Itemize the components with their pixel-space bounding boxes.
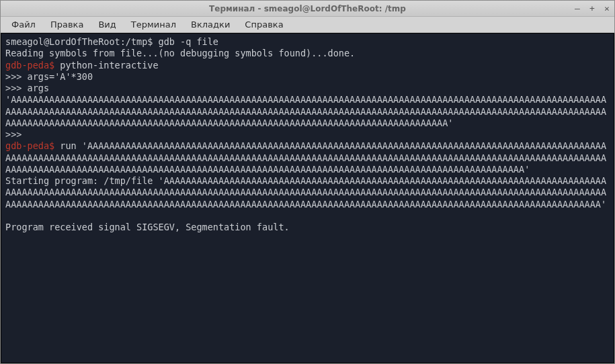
minimize-button[interactable]: — — [573, 4, 582, 13]
titlebar[interactable]: Терминал - smeagol@LordOfTheRoot: /tmp —… — [1, 1, 614, 17]
close-button[interactable]: × — [602, 4, 612, 13]
terminal-line: Starting program: /tmp/file 'AAAAAAAAAAA… — [5, 175, 610, 210]
menu-view[interactable]: Вид — [91, 18, 122, 31]
terminal-line: Program received signal SIGSEGV, Segment… — [5, 222, 610, 233]
terminal-line — [5, 210, 610, 222]
output-text: run 'AAAAAAAAAAAAAAAAAAAAAAAAAAAAAAAAAAA… — [5, 140, 606, 175]
menu-help[interactable]: Справка — [238, 18, 290, 31]
output-text: >>> — [5, 129, 28, 140]
terminal-line: smeagol@LordOfTheRoot:/tmp$ gdb -q file — [5, 36, 610, 48]
terminal-line: 'AAAAAAAAAAAAAAAAAAAAAAAAAAAAAAAAAAAAAAA… — [5, 94, 610, 129]
maximize-button[interactable]: + — [587, 4, 597, 13]
window-title: Терминал - smeagol@LordOfTheRoot: /tmp — [209, 4, 406, 13]
output-text: Reading symbols from file...(no debuggin… — [5, 48, 355, 58]
terminal-line: gdb-peda$ python-interactive — [5, 60, 610, 71]
terminal-line: >>> args — [5, 83, 610, 94]
menubar: Файл Правка Вид Терминал Вкладки Справка — [1, 17, 614, 33]
output-text: Starting program: /tmp/file 'AAAAAAAAAAA… — [5, 175, 606, 210]
prompt-text: gdb-peda$ — [5, 140, 54, 151]
output-text: >>> args — [5, 83, 49, 93]
window-controls: — + × — [573, 1, 612, 16]
terminal-line: gdb-peda$ run 'AAAAAAAAAAAAAAAAAAAAAAAAA… — [5, 140, 610, 175]
terminal-output[interactable]: smeagol@LordOfTheRoot:/tmp$ gdb -q fileR… — [1, 33, 614, 363]
menu-file[interactable]: Файл — [5, 18, 42, 31]
terminal-line: >>> — [5, 129, 610, 140]
terminal-window: Терминал - smeagol@LordOfTheRoot: /tmp —… — [0, 0, 615, 364]
output-text: Program received signal SIGSEGV, Segment… — [5, 222, 290, 232]
menu-terminal[interactable]: Терминал — [124, 18, 183, 31]
terminal-line: >>> args='A'*300 — [5, 71, 610, 83]
terminal-line: Reading symbols from file...(no debuggin… — [5, 48, 610, 59]
output-text: python-interactive — [54, 60, 158, 71]
menu-edit[interactable]: Правка — [44, 18, 90, 31]
output-text: 'AAAAAAAAAAAAAAAAAAAAAAAAAAAAAAAAAAAAAAA… — [5, 94, 606, 128]
prompt-text: gdb-peda$ — [5, 60, 54, 71]
menu-tabs[interactable]: Вкладки — [184, 18, 237, 31]
output-text: smeagol@LordOfTheRoot:/tmp$ gdb -q file — [5, 36, 218, 47]
output-text: >>> args='A'*300 — [5, 71, 93, 82]
